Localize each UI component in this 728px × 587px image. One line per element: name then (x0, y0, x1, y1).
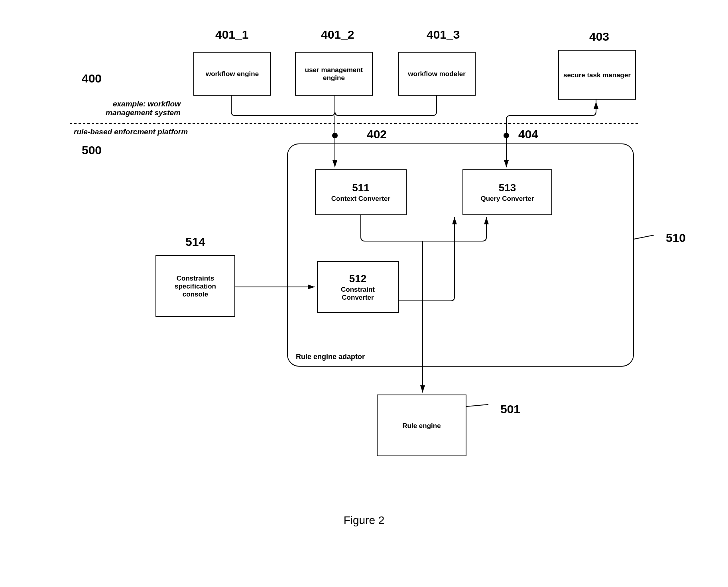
svg-line-10 (634, 235, 654, 239)
label-401-3: 401_3 (427, 28, 460, 41)
workflow-modeler-text: workflow modeler (408, 70, 466, 78)
label-401-1: 401_1 (215, 28, 248, 41)
label-404: 404 (518, 128, 538, 141)
constraint-converter-text: Constraint Converter (341, 286, 375, 302)
label-400: 400 (82, 72, 102, 85)
svg-point-2 (332, 133, 338, 138)
box-workflow-engine: workflow engine (193, 52, 271, 96)
box-constraint-converter: 512 Constraint Converter (317, 261, 399, 313)
query-converter-num: 513 (499, 182, 516, 194)
constraints-console-text: Constraints specification console (175, 275, 216, 298)
box-rule-engine: Rule engine (377, 395, 466, 456)
box-context-converter: 511 Context Converter (315, 169, 407, 215)
workflow-engine-text: workflow engine (206, 70, 259, 78)
box-user-management-engine: user management engine (295, 52, 373, 96)
section-label-bottom: rule-based enforcment platform (74, 128, 188, 136)
label-514: 514 (185, 235, 205, 249)
label-500: 500 (82, 143, 102, 157)
rule-engine-text: Rule engine (402, 422, 441, 430)
label-401-2: 401_2 (321, 28, 354, 41)
label-510: 510 (666, 231, 686, 245)
context-converter-num: 511 (352, 182, 369, 194)
svg-point-4 (504, 133, 509, 138)
section-label-top: example: workflow management system (106, 100, 181, 117)
query-converter-text: Query Converter (480, 195, 534, 203)
svg-line-11 (466, 404, 488, 406)
box-query-converter: 513 Query Converter (462, 169, 552, 215)
box-secure-task-manager: secure task manager (558, 50, 636, 100)
label-403: 403 (589, 30, 609, 43)
constraint-converter-num: 512 (349, 273, 366, 285)
box-workflow-modeler: workflow modeler (398, 52, 476, 96)
user-mgmt-text: user management engine (305, 66, 363, 82)
label-402: 402 (367, 128, 387, 141)
label-501: 501 (500, 402, 520, 416)
figure-label: Figure 2 (344, 514, 385, 527)
context-converter-text: Context Converter (331, 195, 390, 203)
secure-task-mgr-text: secure task manager (563, 71, 631, 79)
box-constraints-console: Constraints specification console (155, 255, 235, 317)
rule-engine-adaptor-label: Rule engine adaptor (296, 353, 365, 361)
